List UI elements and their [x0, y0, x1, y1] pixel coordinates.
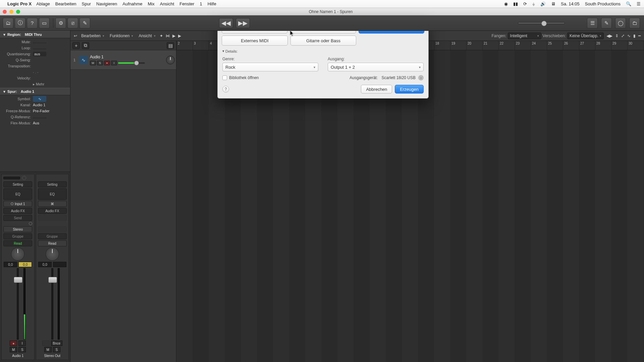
pan-knob[interactable]: [11, 247, 24, 261]
output-select[interactable]: Output 1 + 2▾: [328, 63, 424, 71]
rewind-button[interactable]: ◀◀: [219, 18, 233, 28]
global-tracks-button[interactable]: ▤: [167, 42, 174, 49]
menu-1[interactable]: 1: [200, 1, 202, 6]
volume-fader[interactable]: [51, 268, 53, 340]
open-library-checkbox[interactable]: [222, 75, 227, 80]
menubar-clock[interactable]: Sa. 14:05: [561, 1, 580, 6]
automation-toggle-icon[interactable]: ✦: [158, 33, 164, 39]
minimize-icon[interactable]: [9, 10, 13, 14]
catch-playhead-icon[interactable]: ↩: [72, 33, 78, 39]
menubar-user[interactable]: South Productions: [585, 1, 621, 6]
setting-button[interactable]: Setting: [3, 181, 32, 187]
horizontal-zoom-icon[interactable]: ━: [637, 33, 642, 39]
ruler-tick[interactable]: 29: [611, 41, 627, 50]
master-volume-slider[interactable]: [518, 22, 565, 24]
mixer-toggle-icon[interactable]: ⎚: [67, 18, 78, 28]
details-disclosure[interactable]: ▾Details:: [222, 49, 424, 53]
library-toggle-icon[interactable]: 🗂: [3, 18, 13, 28]
create-button[interactable]: Erzeugen: [395, 85, 424, 94]
status-record-icon[interactable]: ◉: [504, 1, 508, 6]
forward-button[interactable]: ▶▶: [236, 18, 250, 28]
status-wifi-icon[interactable]: ⏚: [532, 1, 535, 6]
zoom-fit-icon[interactable]: ⤢: [620, 33, 626, 39]
channel-name[interactable]: Audio 1: [12, 353, 23, 358]
tab-external-midi[interactable]: Externes MIDI: [222, 36, 288, 46]
track-icon[interactable]: ∿: [79, 56, 88, 64]
input-slot[interactable]: Input 1: [3, 201, 32, 207]
group-slot[interactable]: Gruppe: [3, 233, 32, 239]
tracks-edit-menu[interactable]: Bearbeiten▾: [78, 33, 107, 39]
send-knob-icon[interactable]: [29, 222, 32, 225]
toolbar-toggle-icon[interactable]: ▭: [39, 18, 50, 28]
ruler-tick[interactable]: 25: [547, 41, 563, 50]
mute-checkbox[interactable]: [33, 43, 46, 43]
browsers-icon[interactable]: 🗀: [629, 18, 640, 28]
region-inspector-header[interactable]: ▼ Region: MIDI Thru: [0, 31, 70, 38]
ruler-tick[interactable]: 19: [450, 41, 466, 50]
menu-fenster[interactable]: Fenster: [179, 1, 194, 6]
nudge-left-icon[interactable]: ◀▶: [605, 33, 614, 39]
ruler-tick[interactable]: 21: [482, 41, 498, 50]
track-volume-slider[interactable]: [118, 62, 145, 64]
output-slot[interactable]: Stereo: [3, 226, 32, 232]
ruler-tick[interactable]: 20: [466, 41, 482, 50]
eq-slot[interactable]: EQ: [38, 188, 67, 200]
setting-button[interactable]: Setting: [38, 181, 67, 187]
audiofx-slot[interactable]: Audio FX: [3, 208, 32, 214]
channel-name[interactable]: Stereo Out: [44, 353, 60, 358]
bounce-button[interactable]: Bnce: [51, 341, 62, 346]
quick-help-icon[interactable]: ?: [27, 18, 38, 28]
freeze-value[interactable]: Pre-Fader: [33, 109, 67, 113]
ruler-tick[interactable]: 27: [579, 41, 595, 50]
duplicate-track-button[interactable]: ⧉: [82, 42, 89, 49]
vertical-zoom-icon[interactable]: ▮: [632, 33, 637, 39]
loop-browser-icon[interactable]: ◯: [615, 18, 626, 28]
notepad-icon[interactable]: ✎: [601, 18, 612, 28]
flex-value[interactable]: Aus: [33, 121, 67, 125]
flex-toggle-icon[interactable]: ⋈: [164, 33, 171, 39]
more-disclosure-icon[interactable]: ▸: [33, 82, 35, 86]
input-monitor-button[interactable]: I: [18, 341, 26, 346]
menu-ansicht[interactable]: Ansicht: [160, 1, 174, 6]
menu-spur[interactable]: Spur: [82, 1, 91, 6]
ruler-tick[interactable]: 24: [531, 41, 547, 50]
ruler-tick[interactable]: 28: [595, 41, 611, 50]
tab-guitar-bass[interactable]: Gitarre oder Bass: [290, 36, 357, 46]
automation-read-button[interactable]: Read: [38, 240, 67, 246]
app-name[interactable]: Logic Pro X: [7, 1, 32, 6]
link-slot[interactable]: ⌘: [38, 201, 67, 207]
menu-aufnahme[interactable]: Aufnahme: [122, 1, 142, 6]
track-inspector-header[interactable]: ▼ Spur: Audio 1: [0, 88, 70, 95]
menu-ablage[interactable]: Ablage: [36, 1, 50, 6]
editors-toggle-icon[interactable]: ✎: [79, 18, 90, 28]
ruler-tick[interactable]: 23: [515, 41, 531, 50]
ruler-tick[interactable]: 18: [434, 41, 450, 50]
waveform-zoom-icon[interactable]: ∿: [626, 33, 632, 39]
qref-checkbox[interactable]: [33, 118, 46, 118]
clip-indicator-icon[interactable]: [22, 176, 26, 180]
tool-right-icon[interactable]: ▶: [177, 33, 182, 39]
eq-slot[interactable]: EQ: [3, 188, 32, 200]
tracks-functions-menu[interactable]: Funktionen▾: [107, 33, 136, 39]
kanal-value[interactable]: Audio 1: [33, 103, 67, 107]
snap-select[interactable]: Intelligent▾: [508, 33, 541, 39]
status-sync-icon[interactable]: ⟳: [523, 1, 527, 6]
track-symbol-icon[interactable]: ∿: [33, 96, 46, 102]
zoom-icon[interactable]: [16, 10, 20, 14]
status-display-icon[interactable]: 🖥: [551, 1, 555, 6]
smart-controls-icon[interactable]: ⚙: [55, 18, 66, 28]
ruler-tick[interactable]: 30: [627, 41, 643, 50]
menu-navigieren[interactable]: Navigieren: [96, 1, 117, 6]
ruler-tick[interactable]: 3: [193, 41, 209, 50]
menu-bearbeiten[interactable]: Bearbeiten: [55, 1, 76, 6]
menu-hilfe[interactable]: Hilfe: [208, 1, 216, 6]
status-volume-icon[interactable]: 🔊: [540, 1, 546, 6]
cancel-button[interactable]: Abbrechen: [361, 85, 392, 94]
record-enable-button[interactable]: ●: [10, 341, 17, 346]
audiofx-slot[interactable]: Audio FX: [38, 208, 67, 214]
track-input-button[interactable]: I: [111, 61, 117, 65]
track-solo-button[interactable]: S: [97, 61, 103, 65]
menu-mix[interactable]: Mix: [148, 1, 155, 6]
track-mute-button[interactable]: M: [90, 61, 96, 65]
quant-select[interactable]: aus: [33, 52, 46, 56]
